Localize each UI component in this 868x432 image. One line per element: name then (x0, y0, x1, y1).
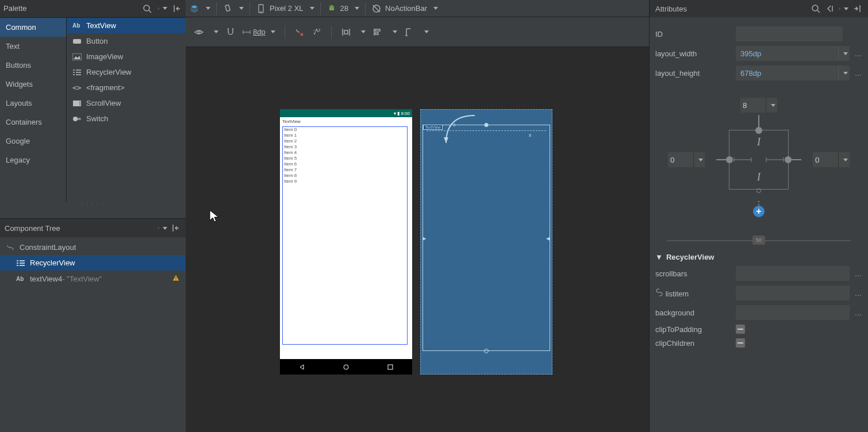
palette-resize-grip[interactable]: : : : : : (0, 202, 186, 209)
search-icon[interactable] (811, 3, 821, 14)
guideline-icon[interactable] (404, 27, 414, 37)
palette-item-imageview[interactable]: ImageView (67, 49, 186, 64)
palette-item-scrollview[interactable]: ScrollView (67, 95, 186, 111)
svg-point-61 (344, 365, 348, 369)
attr-lw-label: layout_width (655, 49, 736, 58)
more-icon[interactable]: … (854, 289, 862, 298)
palette-cat-text[interactable]: Text (0, 37, 66, 56)
theme-selector[interactable]: NoActionBar (368, 0, 441, 17)
section-recyclerview[interactable]: ▼RecyclerView (655, 253, 862, 261)
palette-panel: Common Text Buttons Widgets Layouts Cont… (0, 17, 186, 218)
cw-line-top (756, 115, 761, 128)
api-selector[interactable]: 28 (323, 0, 363, 17)
attr-background-input[interactable] (736, 305, 850, 320)
cw-spring-left (733, 157, 752, 163)
cw-left-dd[interactable] (693, 152, 705, 167)
attr-listitem-input[interactable] (736, 286, 850, 300)
constraint-widget[interactable]: I I + (655, 85, 862, 234)
default-margin[interactable]: 8dp (243, 28, 275, 36)
bp-handle-right: ◂ (546, 234, 550, 242)
palette-cat-common[interactable]: Common (0, 18, 66, 37)
cw-anchor-bottom[interactable] (756, 188, 761, 193)
gear-icon[interactable] (157, 223, 167, 233)
design-canvas[interactable]: ▾▮8:00 TextView Item 0 Item 1 Item 2 Ite… (186, 47, 649, 432)
bias-slider[interactable]: 50 (667, 234, 851, 247)
palette-items: AbTextView Button ImageView RecyclerView… (67, 18, 186, 202)
bp-handle-left: ▸ (423, 234, 427, 242)
svg-point-31 (73, 117, 78, 121)
wifi-icon: ▾ (394, 111, 396, 116)
palette-cat-layouts[interactable]: Layouts (0, 94, 66, 113)
cw-add-bottom[interactable]: + (753, 206, 765, 217)
attr-lw-select[interactable]: 395dp (736, 46, 850, 61)
palette-cat-buttons[interactable]: Buttons (0, 56, 66, 75)
align-icon[interactable] (372, 27, 383, 37)
list-item: Item 3 (283, 144, 407, 150)
component-tree-panel: Component Tree ConstraintLayout Recycler… (0, 218, 186, 432)
cw-left-input[interactable] (668, 152, 693, 167)
attr-id-input[interactable] (736, 26, 843, 41)
svg-rect-21 (72, 53, 82, 60)
svg-rect-62 (388, 365, 393, 369)
device-selector[interactable]: Pixel 2 XL (252, 0, 318, 17)
svg-point-2 (158, 8, 159, 9)
gear-icon[interactable] (838, 3, 848, 14)
blueprint-preview[interactable]: TextView 8 8 ▸ ◂ (420, 109, 552, 375)
more-icon[interactable]: … (854, 308, 862, 317)
attr-cliptopadding-check[interactable] (736, 325, 745, 334)
cw-box: I I (729, 130, 789, 190)
palette-cat-containers[interactable]: Containers (0, 113, 66, 132)
eye-icon[interactable] (194, 27, 204, 37)
svg-point-32 (158, 227, 159, 228)
back-arrow-icon[interactable] (824, 3, 835, 14)
attr-scrollbars-input[interactable] (736, 266, 850, 281)
more-icon[interactable]: … (854, 269, 862, 278)
tree-node-root[interactable]: ConstraintLayout (0, 240, 186, 255)
tree-node-recyclerview[interactable]: RecyclerView (0, 255, 186, 271)
palette-item-fragment[interactable]: <><fragment> (67, 80, 186, 95)
palette-cat-widgets[interactable]: Widgets (0, 75, 66, 94)
bp-selection[interactable]: ▸ ◂ (423, 125, 550, 351)
palette-item-button[interactable]: Button (67, 33, 186, 49)
palette-cat-legacy[interactable]: Legacy (0, 151, 66, 169)
expand-icon[interactable] (852, 3, 862, 14)
cw-top-input[interactable] (740, 98, 766, 113)
phone-textview: TextView (280, 117, 412, 125)
cw-top-dd[interactable] (766, 98, 777, 113)
svg-point-66 (839, 8, 840, 9)
cw-dots-bottom (758, 201, 759, 202)
device-icon (256, 3, 266, 14)
svg-rect-4 (225, 5, 230, 11)
svg-point-0 (144, 5, 149, 11)
attr-clipchildren-check[interactable] (736, 338, 745, 348)
search-icon[interactable] (142, 3, 152, 14)
attr-clipchildren-label: clipChildren (655, 339, 736, 348)
layers-icon[interactable] (189, 3, 199, 14)
palette-item-recyclerview[interactable]: RecyclerView (67, 64, 186, 80)
infer-constraints-icon[interactable] (312, 27, 322, 37)
collapse-icon[interactable] (172, 3, 182, 14)
magnet-icon[interactable] (225, 27, 236, 37)
svg-point-50 (319, 29, 320, 30)
svg-rect-54 (344, 30, 348, 34)
phone-status-bar: ▾▮8:00 (280, 109, 412, 117)
collapse-icon[interactable] (171, 223, 181, 233)
clear-constraints-icon[interactable] (294, 27, 305, 37)
palette-item-textview[interactable]: AbTextView (67, 18, 186, 33)
tree-node-textview[interactable]: Ab textView4- "TextView" (0, 271, 186, 287)
gear-icon[interactable] (157, 3, 167, 14)
pack-icon[interactable] (341, 27, 351, 37)
recyclerview-selection[interactable]: Item 0 Item 1 Item 2 Item 3 Item 4 Item … (282, 126, 408, 345)
design-preview[interactable]: ▾▮8:00 TextView Item 0 Item 1 Item 2 Ite… (280, 109, 412, 375)
palette-cat-google[interactable]: Google (0, 132, 66, 151)
cw-right-input[interactable] (813, 152, 838, 167)
svg-point-8 (332, 6, 333, 7)
attr-lh-select[interactable]: 678dp (736, 65, 850, 80)
more-icon[interactable]: … (854, 49, 862, 58)
cw-right-dd[interactable] (838, 152, 850, 167)
cw-anchor-top[interactable] (755, 127, 762, 134)
cw-spring-right (765, 157, 785, 163)
palette-item-switch[interactable]: Switch (67, 111, 186, 126)
orientation-icon[interactable] (222, 3, 233, 14)
more-icon[interactable]: … (854, 69, 862, 78)
